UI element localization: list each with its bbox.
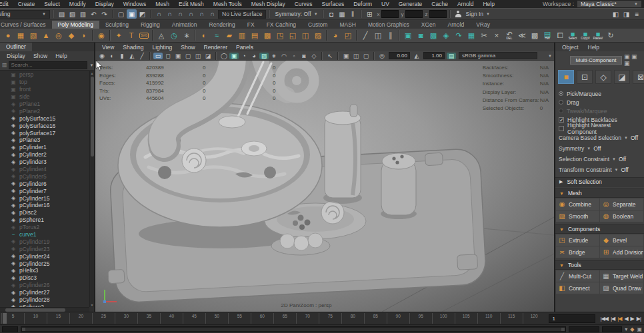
viewport-select-icon[interactable]: ↖ — [325, 53, 335, 59]
new-scene-icon[interactable]: ▤ — [57, 9, 67, 19]
motion-blur-icon[interactable]: ◠ — [279, 53, 289, 59]
exposure-field[interactable]: 0.00 — [389, 52, 410, 59]
menu-modify[interactable]: Modify — [65, 1, 91, 7]
radio-tweak-marquee[interactable]: Tweak/Marquee — [559, 107, 641, 115]
playback-end-field[interactable] — [602, 326, 622, 332]
lattice-grid-icon[interactable]: ▩ — [529, 29, 541, 42]
smooth-shelf-icon[interactable]: ▨ — [312, 29, 324, 42]
outliner-item-pcylinder4[interactable]: ◈pCylinder4 — [0, 166, 94, 173]
delete-edge-icon[interactable]: × — [491, 29, 503, 42]
lighting-all-icon[interactable]: ◕ — [249, 53, 259, 59]
render-current-frame-icon[interactable]: ◘ — [327, 9, 337, 19]
multi-component-button[interactable]: Multi-Component — [570, 56, 622, 65]
shelf-tab-animation[interactable]: Animation — [166, 21, 203, 29]
coord-input-x[interactable] — [381, 10, 399, 18]
shelf-tab-rigging[interactable]: Rigging — [135, 21, 166, 29]
outliner-item-side[interactable]: ▣side — [0, 93, 94, 101]
input-line-mode-icon[interactable]: ⊞ — [365, 9, 375, 19]
shelf-tab-fx-caching[interactable]: FX Caching — [261, 21, 302, 29]
anim-preferences-icon[interactable]: ▣ — [637, 326, 642, 332]
menu-display[interactable]: Display — [91, 1, 119, 7]
viewport-menu-lighting[interactable]: Lighting — [149, 44, 177, 51]
outliner-item-pcylinder27[interactable]: ◈pCylinder27 — [0, 289, 94, 296]
toolkit-cube-icon-3[interactable]: ▣ — [624, 60, 630, 67]
outliner-item-pdisc3[interactable]: ◈pDisc3 — [0, 274, 94, 282]
duplicate-face-icon[interactable]: ⧠ — [554, 29, 566, 42]
outliner-vertical-scrollbar[interactable]: ▲ ▼ — [89, 71, 94, 307]
outliner-item-pplane1[interactable]: ◈pPlane1 — [0, 101, 94, 108]
outliner-item-front[interactable]: ▣front — [0, 86, 94, 93]
outliner-tab[interactable]: Outliner — [0, 43, 32, 51]
timeline-tick-15[interactable]: 15 — [47, 313, 69, 324]
toggle-channel-box-icon[interactable]: ≡ — [632, 9, 642, 19]
timeline-tick-45[interactable]: 45 — [183, 313, 205, 324]
dropdown-selection-constraint[interactable]: Selection Constraint▼Off — [559, 154, 641, 165]
scrollbar-thumb[interactable] — [5, 308, 65, 312]
menu-curves[interactable]: Curves — [290, 1, 317, 7]
go-to-end-button[interactable]: ▶| — [637, 316, 641, 322]
bifrost-wave-icon[interactable]: ≈ — [211, 29, 223, 42]
gamma-icon-icon[interactable]: ◭ — [412, 53, 421, 59]
undo-icon[interactable]: ↶ — [89, 9, 99, 19]
menu-generate[interactable]: Generate — [394, 1, 427, 7]
combine-shelf-icon[interactable]: ▤ — [249, 29, 261, 42]
pause-viewport-icon[interactable]: ‖ — [348, 9, 358, 19]
ambient-occlusion-icon[interactable]: ∗ — [269, 53, 279, 59]
range-end-field[interactable] — [569, 326, 599, 332]
outliner-item-pcylinder7[interactable]: ◈pCylinder7 — [0, 187, 94, 194]
select-object-icon[interactable]: ▣ — [127, 9, 137, 19]
combine-button[interactable]: ◉Combine — [556, 198, 599, 210]
step-back-frame-button[interactable]: |◀ — [611, 316, 615, 322]
camera-attributes-icon[interactable]: ▮ — [117, 53, 127, 59]
search-input[interactable] — [9, 61, 87, 69]
outliner-item-polysurface17[interactable]: ◈polySurface17 — [0, 129, 94, 137]
isolate-select-icon[interactable]: ◇ — [309, 53, 319, 59]
grid-toggle-icon[interactable]: ▢ — [361, 53, 371, 59]
select-set-icon[interactable]: ■Select — [567, 29, 579, 42]
viewport-menu-view[interactable]: View — [99, 44, 119, 51]
outliner-item-pcylinder26[interactable]: ◈pCylinder26 — [0, 282, 94, 289]
symmetry-selector[interactable]: Symmetry: Off▼ — [273, 11, 319, 17]
timeline-tick-25[interactable]: 25 — [92, 313, 115, 324]
face-mode-button[interactable]: ◪ — [614, 70, 630, 84]
timeline-tick-40[interactable]: 40 — [160, 313, 183, 324]
depth-of-field-icon[interactable]: ◙ — [299, 53, 309, 59]
section-mesh[interactable]: ▼Mesh — [555, 188, 644, 198]
lock-camera-icon[interactable]: ◐ — [107, 53, 117, 59]
boolean-button[interactable]: ◍Boolean — [600, 210, 643, 222]
anti-alias-icon[interactable]: ◦ — [289, 53, 299, 59]
timeline-tick-115[interactable]: 115 — [500, 313, 523, 324]
toolkit-menu-object[interactable]: Object — [557, 44, 583, 51]
menu-uv[interactable]: UV — [377, 1, 394, 7]
scrollbar-thumb[interactable] — [91, 77, 94, 157]
menu-edit-mesh[interactable]: Edit Mesh — [174, 1, 209, 7]
viewport-menu-renderer[interactable]: Renderer — [201, 44, 233, 51]
ipr-render-icon[interactable]: ▦ — [337, 9, 347, 19]
shelf-tab-fx[interactable]: FX — [241, 21, 261, 29]
paste-vertex-icon[interactable]: ■PasteV — [592, 29, 604, 42]
chevron-down-icon[interactable]: ▼ — [548, 54, 552, 58]
range-handle-right[interactable] — [561, 328, 565, 331]
outliner-item-psphere1[interactable]: ◈pSphere1 — [0, 216, 94, 224]
mirror-icon[interactable]: ◐ — [198, 29, 210, 42]
gamma-field[interactable]: 1.00 — [423, 52, 445, 59]
shadows-icon[interactable]: ▨ — [259, 53, 269, 59]
connect-button[interactable]: ◧Connect — [556, 282, 599, 294]
bridge-button[interactable]: ≍Bridge — [556, 246, 599, 258]
toolkit-cube-icon-2[interactable]: ▣ — [631, 53, 637, 60]
outliner-item-pcylinder5[interactable]: ◈pCylinder5 — [0, 172, 94, 180]
timeline-tick-75[interactable]: 75 — [319, 313, 341, 324]
menu-arnold[interactable]: Arnold — [453, 1, 479, 7]
copy-vertex-icon[interactable]: ■CopyV — [579, 29, 591, 42]
timeline-tick-90[interactable]: 90 — [387, 313, 409, 324]
outliner-item-pplane3[interactable]: ◈pPlane3 — [0, 137, 94, 144]
color-management-icon[interactable]: ▤ — [447, 53, 456, 59]
radio-pick-marquee[interactable]: Pick/Marquee — [559, 89, 641, 98]
shelf-tab-xgen[interactable]: XGen — [415, 21, 442, 29]
outliner-item-pcylinder23[interactable]: ◈pCylinder23 — [0, 245, 94, 252]
workspace-dropdown[interactable]: Maya Classic* ▼ — [577, 1, 641, 7]
redo-icon[interactable]: ↷ — [99, 9, 109, 19]
uv-mode-button[interactable]: ⊠ — [633, 70, 644, 84]
toggle-tool-settings-icon[interactable]: ◨ — [621, 9, 631, 19]
make-live-icon[interactable]: ∩ — [207, 9, 217, 19]
